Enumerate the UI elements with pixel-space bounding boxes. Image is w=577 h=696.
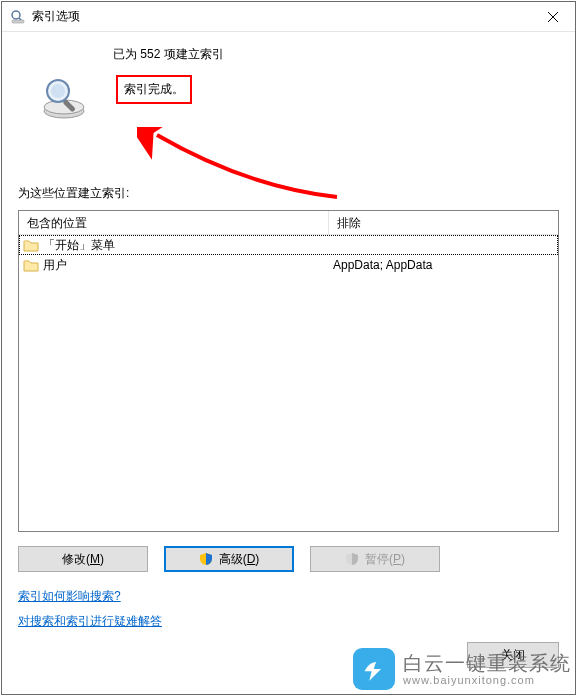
indexed-locations-list[interactable]: 包含的位置 排除 「开始」菜单 [18,210,559,532]
column-header-excluded[interactable]: 排除 [329,211,558,235]
dialog-content: 已为 552 项建立索引 索引完成。 [2,32,575,694]
modify-button[interactable]: 修改(M) [18,546,148,572]
index-complete-highlight: 索引完成。 [116,75,192,104]
button-label: 修改(M) [62,551,104,568]
app-icon [10,9,26,25]
indexed-count-text: 已为 552 项建立索引 [113,46,559,63]
button-label: 暂停(P) [365,551,405,568]
link-troubleshoot-search[interactable]: 对搜索和索引进行疑难解答 [18,613,162,630]
list-item[interactable]: 用户 AppData; AppData [19,255,558,275]
button-label: 高级(D) [219,551,260,568]
window-title: 索引选项 [32,8,80,25]
index-complete-text: 索引完成。 [124,82,184,96]
list-item[interactable]: 「开始」菜单 [19,235,558,255]
indexing-options-window: 索引选项 已为 552 项建立索引 索引完成。 [1,1,576,695]
svg-point-8 [51,84,65,98]
close-window-button[interactable] [530,2,575,31]
link-how-indexing-affects-search[interactable]: 索引如何影响搜索? [18,588,121,605]
status-row: 索引完成。 [18,73,559,121]
indexing-icon [40,73,88,121]
list-item-excluded: AppData; AppData [329,258,558,272]
close-button[interactable]: 关闭 [467,642,559,668]
list-item-name: 「开始」菜单 [43,237,115,254]
advanced-button[interactable]: 高级(D) [164,546,294,572]
column-header-included[interactable]: 包含的位置 [19,211,329,235]
titlebar: 索引选项 [2,2,575,32]
folder-icon [23,238,39,252]
svg-point-0 [12,11,20,19]
annotation-arrow [137,127,357,217]
folder-icon [23,258,39,272]
svg-rect-2 [12,20,24,23]
list-item-name: 用户 [43,257,67,274]
uac-shield-icon [345,552,359,566]
button-row: 修改(M) 高级(D) 暂停(P) [18,546,559,572]
pause-button[interactable]: 暂停(P) [310,546,440,572]
footer-row: 关闭 [18,642,559,668]
help-links: 索引如何影响搜索? 对搜索和索引进行疑难解答 [18,588,559,638]
locations-label: 为这些位置建立索引: [18,185,559,202]
list-body: 「开始」菜单 用户 AppData; AppData [19,235,558,531]
list-header: 包含的位置 排除 [19,211,558,235]
uac-shield-icon [199,552,213,566]
